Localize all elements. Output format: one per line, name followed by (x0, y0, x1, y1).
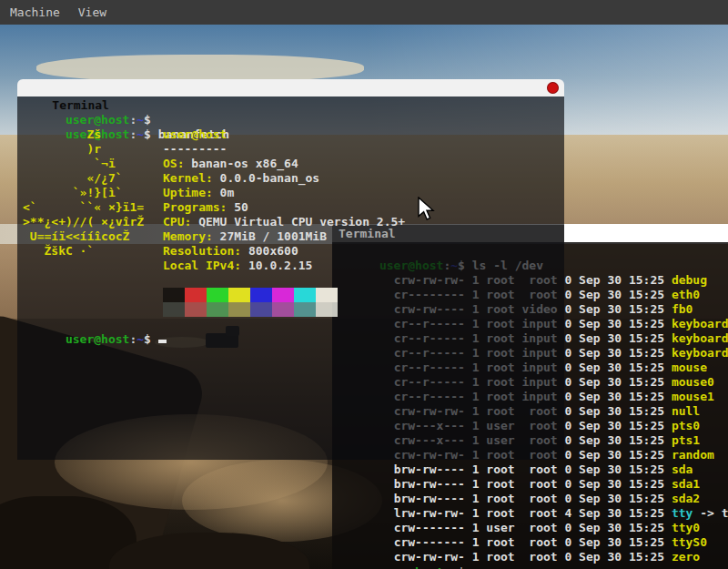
fetch-label: Uptime: (163, 186, 213, 200)
color-swatch (163, 302, 185, 317)
file-name: mouse (672, 361, 707, 374)
text-cursor (472, 564, 480, 569)
color-swatch (272, 288, 294, 302)
fetch-label: Kernel: (163, 171, 213, 186)
fetch-label: Resolution: (163, 244, 241, 259)
fetch-row: `¬ïOS: banan-os x86_64 (23, 157, 564, 171)
color-swatch (185, 288, 207, 302)
file-link-target: -> tty0 (693, 506, 728, 520)
terminal1-active-prompt: user@host:~$ (23, 317, 564, 331)
fetch-row: Zšuser@host (23, 127, 564, 142)
fetch-value: 0.0.0-banan_os (213, 171, 319, 186)
file-permissions: crw------- 1 root root 0 Sep 30 15:25 (394, 535, 672, 549)
file-permissions: crw------- 1 user root 0 Sep 30 15:25 (394, 521, 672, 534)
fetch-value: 800x600 (241, 244, 298, 259)
terminal1-titlebar[interactable]: Terminal (17, 79, 564, 97)
fetch-value: 0m (213, 186, 234, 200)
ascii-art: )r (23, 142, 163, 157)
fetch-row: <` ``« ×}ï1=Programs: 50 (23, 200, 564, 215)
file-permissions: brw-rw---- 1 root root 0 Sep 30 15:25 (394, 477, 672, 491)
fetch-row: `»!}[ì`Uptime: 0m (23, 186, 564, 200)
ascii-art (23, 259, 163, 273)
color-swatch (316, 288, 338, 302)
ascii-art: Zš (23, 127, 163, 142)
fetch-row: ŽškC ·`Resolution: 800x600 (23, 244, 564, 259)
ascii-art: U==íï<<ííîcocŽ (23, 229, 163, 244)
menu-item[interactable]: View (78, 5, 106, 19)
fetch-value: QEMU Virtual CPU version 2.5+ (191, 215, 405, 229)
file-name: tty0 (672, 521, 700, 534)
file-name: mouse1 (672, 390, 714, 403)
file-permissions: crw-rw-rw- 1 root root 0 Sep 30 15:25 (394, 550, 672, 564)
file-name: ttyS0 (672, 535, 707, 549)
screen: { "colors": { "accent_red": "#cc1010", "… (0, 0, 728, 569)
color-swatch (163, 288, 185, 302)
fetch-label: Local IPv4: (163, 259, 241, 273)
terminal-window-1: Terminal user@host:~$ user@host:~$ banan… (17, 79, 564, 460)
color-swatch (185, 302, 207, 317)
file-name: mouse0 (672, 375, 714, 389)
color-swatch (228, 288, 250, 302)
fetch-row: «/¿7`Kernel: 0.0.0-banan_os (23, 171, 564, 186)
color-swatch (316, 302, 338, 317)
fetch-label: Programs: (163, 200, 227, 215)
color-swatch (207, 302, 228, 317)
fetch-row: >**¿<+)//( ×¿vîrŽCPU: QEMU Virtual CPU v… (23, 215, 564, 229)
file-name: null (672, 404, 700, 418)
ascii-art: `»!}[ì` (23, 186, 163, 200)
file-name: sda2 (672, 492, 700, 505)
text-cursor (158, 331, 167, 343)
color-swatch (294, 302, 316, 317)
file-permissions: lrw-rw-rw- 1 root root 4 Sep 30 15:25 (394, 506, 672, 520)
prompt-user: user@host (379, 565, 443, 569)
close-button[interactable] (547, 82, 559, 94)
fetch-value: --------- (163, 142, 227, 157)
ascii-art: <` ``« ×}ï1= (23, 200, 163, 215)
file-permissions: brw-rw---- 1 root root 0 Sep 30 15:25 (394, 462, 672, 476)
color-palette-row-2 (163, 302, 564, 317)
menu-bar: MachineView (0, 0, 728, 25)
fetch-value: 27MiB / 1001MiB (213, 229, 327, 244)
file-name: keyboard0 (672, 331, 728, 345)
file-name: keyboard (672, 317, 728, 330)
mouse-cursor-icon (417, 197, 435, 222)
ascii-art: ŽškC ·` (23, 244, 163, 259)
terminal1-history-prompt-1: user@host:~$ (23, 98, 564, 113)
color-swatch (228, 302, 250, 317)
ascii-art: >**¿<+)//( ×¿vîrŽ (23, 215, 163, 229)
terminal2-titlebar[interactable] (564, 225, 728, 242)
terminal1-content[interactable]: user@host:~$ user@host:~$ bananfetch Zšu… (17, 97, 564, 460)
fetch-value: 10.0.2.15 (241, 259, 312, 273)
ascii-art: «/¿7` (23, 171, 163, 186)
file-name: debug (672, 273, 707, 287)
file-name: keyboard1 (672, 346, 728, 360)
file-name: zero (672, 550, 700, 564)
fetch-row: U==íï<<ííîcocŽMemory: 27MiB / 1001MiB (23, 229, 564, 244)
color-swatch (272, 302, 294, 317)
file-name: tty (672, 506, 693, 520)
menu-item[interactable]: Machine (10, 5, 60, 19)
fetch-value: banan-os x86_64 (184, 157, 298, 171)
color-swatch (250, 302, 272, 317)
fetch-label: Memory: (163, 229, 213, 244)
file-name: fb0 (672, 302, 693, 316)
file-name: eth0 (672, 288, 700, 301)
color-swatch (294, 288, 316, 302)
prompt-tilde: ~ (450, 565, 458, 569)
fetch-label: CPU: (163, 215, 191, 229)
fetch-label: OS: (163, 157, 184, 171)
file-name: random (672, 448, 714, 462)
color-swatch (207, 288, 228, 302)
fetch-value: user@host (163, 127, 227, 142)
color-swatch (250, 288, 272, 302)
background-far-mesa (36, 55, 364, 82)
file-name: pts0 (672, 419, 700, 432)
file-name: sda (672, 462, 693, 476)
ascii-art: `¬ï (23, 157, 163, 171)
file-name: sda1 (672, 477, 700, 491)
file-name: pts1 (672, 433, 700, 447)
blank-line (23, 273, 564, 288)
color-palette-row-1 (163, 288, 564, 302)
fetch-value: 50 (227, 200, 248, 215)
file-permissions: brw-rw---- 1 root root 0 Sep 30 15:25 (394, 492, 672, 505)
